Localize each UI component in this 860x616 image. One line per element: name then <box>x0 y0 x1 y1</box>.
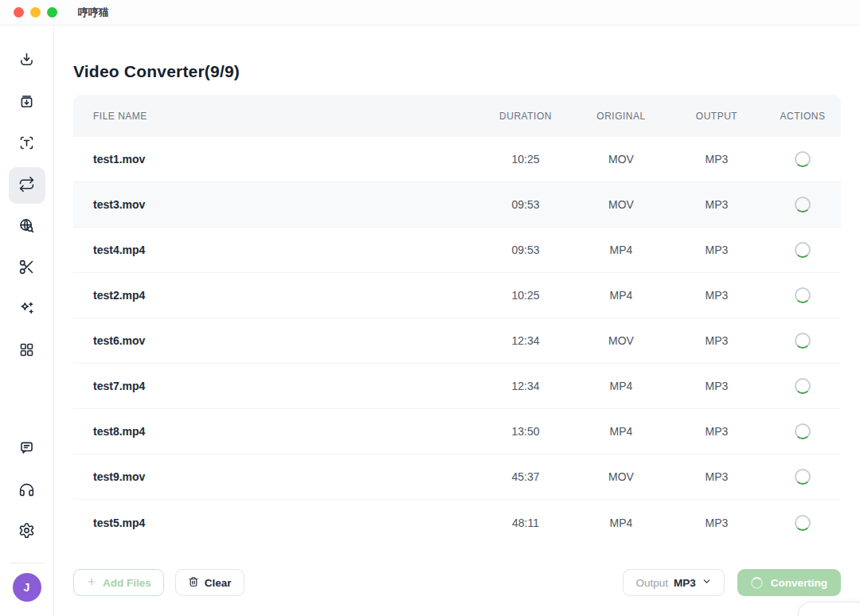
table-row: test1.mov10:25MOVMP3 <box>73 137 841 182</box>
traffic-lights <box>14 7 57 18</box>
sidebar-item-more-apps[interactable] <box>9 333 45 369</box>
close-window-button[interactable] <box>14 7 24 18</box>
file-name: test9.mov <box>93 470 478 483</box>
converting-spinner-icon <box>751 577 763 589</box>
sidebar-item-feedback[interactable] <box>9 431 45 467</box>
actions-cell <box>764 378 841 394</box>
output-format-value: MP3 <box>674 577 696 589</box>
original-format: MP4 <box>573 244 669 256</box>
sidebar-item-settings[interactable] <box>9 513 45 550</box>
actions-cell <box>764 197 841 212</box>
sidebar-item-web-search[interactable] <box>9 209 45 245</box>
actions-cell <box>764 469 841 485</box>
duration: 48:11 <box>478 517 573 529</box>
output-label: Output <box>635 577 668 589</box>
original-format: MP4 <box>573 289 669 302</box>
conversion-progress-spinner[interactable] <box>795 515 811 531</box>
conversion-progress-spinner[interactable] <box>795 287 811 303</box>
original-format: MP4 <box>573 517 669 529</box>
add-files-button[interactable]: Add Files <box>73 569 164 596</box>
table-row: test9.mov45:37MOVMP3 <box>73 454 841 500</box>
file-table: FILE NAME DURATION ORIGINAL OUTPUT ACTIO… <box>73 95 841 545</box>
actions-cell <box>764 242 841 258</box>
output-format: MP3 <box>669 244 764 256</box>
duration: 10:25 <box>478 289 573 302</box>
original-format: MP4 <box>573 425 669 438</box>
file-name: test8.mp4 <box>93 425 478 438</box>
file-name: test7.mp4 <box>93 380 478 392</box>
sidebar-item-video-converter[interactable] <box>9 167 45 204</box>
conversion-progress-spinner[interactable] <box>795 469 811 485</box>
output-format: MP3 <box>669 470 764 483</box>
sidebar-item-ai-tools[interactable] <box>9 291 45 328</box>
headphones-support-icon <box>18 481 35 501</box>
page-title: Video Converter(9/9) <box>73 62 841 81</box>
actions-cell <box>764 423 841 439</box>
column-header-output: OUTPUT <box>669 111 764 122</box>
output-format: MP3 <box>669 334 764 347</box>
table-row: test3.mov09:53MOVMP3 <box>73 182 841 228</box>
actions-cell <box>764 515 841 531</box>
table-row: test4.mp409:53MP4MP3 <box>73 228 841 273</box>
zoom-window-button[interactable] <box>47 7 57 18</box>
conversion-progress-spinner[interactable] <box>795 333 811 349</box>
original-format: MOV <box>573 153 669 166</box>
conversion-progress-spinner[interactable] <box>795 151 811 167</box>
actions-cell <box>764 287 841 303</box>
output-format: MP3 <box>669 517 764 529</box>
table-body: test1.mov10:25MOVMP3test3.mov09:53MOVMP3… <box>73 137 841 545</box>
scissors-icon <box>18 259 35 279</box>
clear-label: Clear <box>205 577 232 589</box>
sidebar: J <box>0 25 54 616</box>
column-header-file-name: FILE NAME <box>93 111 478 122</box>
duration: 45:37 <box>478 470 573 483</box>
sidebar-item-trim[interactable] <box>9 250 45 287</box>
box-download-icon <box>18 93 35 113</box>
table-row: test8.mp413:50MP4MP3 <box>73 409 841 454</box>
table-row: test2.mp410:25MP4MP3 <box>73 273 841 318</box>
gear-settings-icon <box>18 522 35 542</box>
sparkles-ai-icon <box>18 300 35 320</box>
table-row: test7.mp412:34MP4MP3 <box>73 364 841 409</box>
main-content: Video Converter(9/9) FILE NAME DURATION … <box>54 25 860 616</box>
clear-button[interactable]: Clear <box>175 569 244 596</box>
sidebar-item-text-recognition[interactable] <box>9 126 45 162</box>
file-name: test4.mp4 <box>93 244 478 256</box>
original-format: MOV <box>573 470 669 483</box>
titlebar: 哼哼猫 <box>0 0 860 25</box>
duration: 13:50 <box>478 425 573 438</box>
duration: 09:53 <box>478 198 573 211</box>
conversion-progress-spinner[interactable] <box>795 197 811 212</box>
duration: 12:34 <box>478 334 573 347</box>
output-format: MP3 <box>669 425 764 438</box>
app-window: 哼哼猫 <box>0 0 860 616</box>
duration: 10:25 <box>478 153 573 166</box>
column-header-actions: ACTIONS <box>764 111 841 122</box>
sidebar-item-batch-download[interactable] <box>9 84 45 121</box>
sidebar-item-support[interactable] <box>9 472 45 509</box>
table-row: test5.mp448:11MP4MP3 <box>73 500 841 545</box>
file-name: test2.mp4 <box>93 289 478 302</box>
floating-panel-corner <box>798 602 860 616</box>
table-row: test6.mov12:34MOVMP3 <box>73 318 841 364</box>
window-title: 哼哼猫 <box>78 6 109 20</box>
add-files-label: Add Files <box>103 577 151 589</box>
duration: 12:34 <box>478 380 573 392</box>
table-header: FILE NAME DURATION ORIGINAL OUTPUT ACTIO… <box>73 95 841 137</box>
user-avatar[interactable]: J <box>13 573 41 602</box>
conversion-progress-spinner[interactable] <box>795 242 811 258</box>
conversion-progress-spinner[interactable] <box>795 423 811 439</box>
original-format: MP4 <box>573 380 669 392</box>
sidebar-divider <box>10 563 45 563</box>
conversion-progress-spinner[interactable] <box>795 378 811 394</box>
text-recognition-icon <box>18 135 35 154</box>
file-name: test6.mov <box>93 334 478 347</box>
minimize-window-button[interactable] <box>30 7 41 18</box>
output-format-dropdown[interactable]: Output MP3 <box>623 569 724 596</box>
duration: 09:53 <box>478 244 573 256</box>
converting-button[interactable]: Converting <box>737 569 841 596</box>
footer-toolbar: Add Files Clear Output MP3 Converting <box>73 569 841 596</box>
actions-cell <box>764 151 841 167</box>
sidebar-item-download[interactable] <box>9 43 45 80</box>
chat-feedback-icon <box>18 439 35 459</box>
